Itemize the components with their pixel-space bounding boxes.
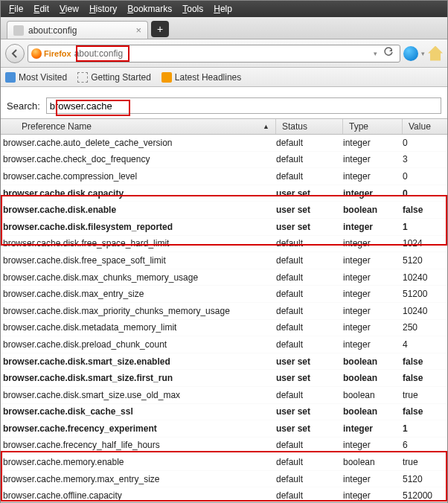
menu-help[interactable]: Help [208,2,237,16]
col-value[interactable]: Value [403,119,447,134]
cell-value: 4 [403,339,447,350]
cell-name: browser.cache.disk.smart_size.enabled [1,356,276,367]
cell-type: integer [343,322,403,333]
cell-value: 1 [403,423,447,434]
cell-type: integer [343,423,403,434]
menu-view[interactable]: View [54,2,84,16]
cell-status: default [276,255,343,266]
cell-type: boolean [343,406,403,417]
bookmark-label: Latest Headlines [175,72,241,83]
cell-type: boolean [343,457,403,467]
cell-type: boolean [343,390,403,400]
col-label: Status [282,121,307,132]
menu-history[interactable]: History [84,2,122,16]
table-row[interactable]: browser.cache.disk.filesystem_reportedus… [1,219,447,236]
close-icon[interactable]: × [135,25,141,36]
bookmarks-toolbar: Most Visited Getting Started Latest Head… [1,68,447,87]
table-row[interactable]: browser.cache.disk.smart_size.first_runu… [1,370,447,387]
table-row[interactable]: browser.cache.disk.capacityuser setinteg… [1,185,447,202]
spacer [1,87,447,94]
globe-button[interactable] [403,46,418,61]
table-row[interactable]: browser.cache.check_doc_frequencydefault… [1,152,447,169]
cell-value: false [403,373,447,383]
table-row[interactable]: browser.cache.disk.enableuser setboolean… [1,202,447,219]
cell-status: default [276,339,343,350]
table-row[interactable]: browser.cache.disk.preload_chunk_countde… [1,336,447,353]
tab-title: about:config [28,25,131,36]
url-text: about:config [74,48,371,59]
cell-name: browser.cache.disk.max_chunks_memory_usa… [1,272,276,283]
table-row[interactable]: browser.cache.disk_cache_ssluser setbool… [1,404,447,421]
cell-status: default [276,322,343,333]
reload-button[interactable] [383,47,394,60]
back-button[interactable] [5,44,25,63]
table-row[interactable]: browser.cache.memory.enabledefaultboolea… [1,454,447,471]
menu-file[interactable]: File [4,2,28,16]
identity-box[interactable]: Firefox [31,48,71,59]
cell-name: browser.cache.memory.enable [1,457,276,467]
folder-icon [5,72,16,83]
cell-value: 10240 [403,272,447,283]
cell-value: true [403,390,447,400]
cell-status: user set [276,373,343,383]
cell-value: 0 [403,188,447,199]
cell-type: integer [343,490,403,501]
table-row[interactable]: browser.cache.memory.max_entry_sizedefau… [1,471,447,488]
dropdown-icon[interactable]: ▾ [374,50,377,57]
dropdown-icon[interactable]: ▾ [421,50,425,57]
bookmark-most-visited[interactable]: Most Visited [5,72,67,83]
cell-name: browser.cache.compression_level [1,171,276,182]
table-row[interactable]: browser.cache.offline.capacitydefaultint… [1,487,447,503]
search-input[interactable] [46,97,441,114]
table-row[interactable]: browser.cache.disk.metadata_memory_limit… [1,320,447,337]
cell-type: integer [343,188,403,199]
cell-name: browser.cache.disk.preload_chunk_count [1,339,276,350]
cell-value: 0 [403,171,447,182]
home-button[interactable] [428,46,443,61]
preference-list: browser.cache.auto_delete_cache_versiond… [1,135,447,503]
col-preference-name[interactable]: Preference Name ▲ [1,119,276,134]
cell-status: default [276,390,343,400]
cell-value: 0 [403,138,447,148]
menu-edit[interactable]: Edit [28,2,54,16]
table-row[interactable]: browser.cache.disk.smart_size.enableduse… [1,353,447,371]
cell-name: browser.cache.offline.capacity [1,490,276,501]
table-header: Preference Name ▲ Status Type Value [1,118,447,135]
cell-status: default [276,490,343,501]
cell-status: default [276,474,343,484]
cell-status: user set [276,356,343,367]
table-row[interactable]: browser.cache.frecency_half_life_hoursde… [1,438,447,455]
cell-value: 1024 [403,238,447,249]
cell-status: user set [276,205,343,215]
cell-type: integer [343,289,403,299]
tab-about-config[interactable]: about:config × [7,21,148,39]
identity-label: Firefox [44,49,71,58]
bookmark-latest-headlines[interactable]: Latest Headlines [161,72,241,83]
menu-tools[interactable]: Tools [177,2,208,16]
col-status[interactable]: Status [276,119,343,134]
table-row[interactable]: browser.cache.disk.free_space_hard_limit… [1,236,447,253]
rss-icon [161,72,172,83]
reload-icon [383,47,394,57]
menu-bookmarks[interactable]: Bookmarks [122,2,177,16]
gear-icon [13,25,24,36]
table-row[interactable]: browser.cache.disk.smart_size.use_old_ma… [1,387,447,404]
url-bar[interactable]: Firefox about:config ▾ [28,45,400,63]
cell-status: default [276,138,343,148]
table-row[interactable]: browser.cache.disk.max_priority_chunks_m… [1,303,447,320]
cell-name: browser.cache.disk.metadata_memory_limit [1,322,276,333]
col-type[interactable]: Type [343,119,403,134]
new-tab-button[interactable]: + [151,21,169,37]
cell-name: browser.cache.disk.filesystem_reported [1,222,276,232]
cell-name: browser.cache.frecency_half_life_hours [1,440,276,450]
cell-status: default [276,440,343,450]
bookmark-getting-started[interactable]: Getting Started [77,72,151,83]
table-row[interactable]: browser.cache.frecency_experimentuser se… [1,420,447,438]
table-row[interactable]: browser.cache.compression_leveldefaultin… [1,168,447,185]
table-row[interactable]: browser.cache.disk.max_chunks_memory_usa… [1,269,447,286]
cell-name: browser.cache.disk.free_space_hard_limit [1,238,276,249]
table-row[interactable]: browser.cache.disk.free_space_soft_limit… [1,252,447,269]
cell-value: 10240 [403,306,447,316]
table-row[interactable]: browser.cache.disk.max_entry_sizedefault… [1,286,447,303]
table-row[interactable]: browser.cache.auto_delete_cache_versiond… [1,135,447,152]
